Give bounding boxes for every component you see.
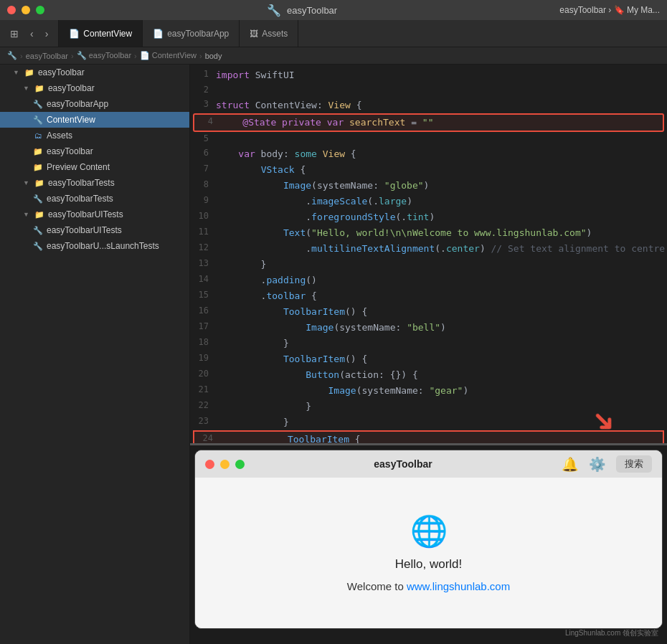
folder-icon-5: 📁 xyxy=(34,179,44,188)
sidebar-item-preview[interactable]: 📁 Preview Content xyxy=(0,159,189,175)
bell-icon[interactable]: 🔔 xyxy=(562,456,579,473)
breadcrumb: 🔧 › easyToolbar › 🔧 easyToolbar › 📄 Cont… xyxy=(0,47,667,65)
code-line: 13 } xyxy=(190,257,667,273)
sidebar-item-tests[interactable]: ▼ 📁 easyToolbarTests xyxy=(0,175,189,191)
folder-icon: 📁 xyxy=(24,68,34,77)
code-line: 19 ToolbarItem() { xyxy=(190,351,667,367)
sidebar-label-et2: easyToolbar xyxy=(47,146,93,156)
sidebar-item-easytoolbar-group[interactable]: ▼ 📁 easyToolbar xyxy=(0,80,189,96)
maximize-button[interactable] xyxy=(36,6,44,14)
folder-icon-3: 📁 xyxy=(33,147,43,156)
code-line: 4 @State private var searchText = "" xyxy=(193,113,664,132)
code-line: 2 xyxy=(190,83,667,98)
chevron-down-icon-2: ▼ xyxy=(23,85,29,92)
code-line: 10 .foregroundStyle(.tint) xyxy=(190,209,667,225)
close-button[interactable] xyxy=(7,6,16,14)
sidebar-label: easyToolbar xyxy=(38,67,85,77)
sidebar-label-uitestlaunch: easyToolbarU...sLaunchTests xyxy=(47,241,159,251)
folder-icon-4: 📁 xyxy=(33,163,43,172)
sidebar-label-uitests: easyToolbarUITests xyxy=(48,209,123,219)
sidebar-item-assets[interactable]: 🗂 Assets xyxy=(0,128,189,143)
gear-icon[interactable]: ⚙️ xyxy=(589,456,606,473)
assets-icon-side: 🗂 xyxy=(33,131,43,140)
tab-content-view[interactable]: 📄 ContentView xyxy=(59,20,143,47)
breadcrumb-item-5: body xyxy=(205,52,222,60)
swift-icon-5: 🔧 xyxy=(33,242,43,251)
code-line: 21 Image(systemName: "gear") xyxy=(190,383,667,399)
sidebar-label-uitestfile: easyToolbarUITests xyxy=(47,225,122,235)
code-line: 6 var body: some View { xyxy=(190,146,667,162)
hello-text: Hello, world! xyxy=(395,557,463,572)
app-close[interactable] xyxy=(205,460,214,469)
app-toolbar-icons: 🔔 ⚙️ 搜索 xyxy=(562,455,652,473)
code-line: 12 .multilineTextAlignment(.center) // S… xyxy=(190,241,667,257)
swift-icon-3: 🔧 xyxy=(33,194,43,204)
chevron-down-icon: ▼ xyxy=(13,69,19,76)
sidebar-item-uitestfile[interactable]: 🔧 easyToolbarUITests xyxy=(0,222,189,238)
sidebar-label-tests: easyToolbarTests xyxy=(48,178,115,188)
swift-icon-2: 🔧 xyxy=(33,115,43,125)
tab-content-view-label: ContentView xyxy=(83,29,132,39)
breadcrumb-item-2: easyToolbar xyxy=(26,52,68,60)
app-minimize[interactable] xyxy=(220,460,230,469)
grid-button[interactable]: ⊞ xyxy=(6,25,23,42)
sidebar-item-easytoolbarapp[interactable]: 🔧 easyToolbarApp xyxy=(0,96,189,112)
window-title: easyToolbar xyxy=(287,5,337,16)
code-line: 5 xyxy=(190,132,667,146)
app-window: 🔧 easyToolbar easyToolbar › 🔖 My Ma... ⊞… xyxy=(0,0,667,644)
sidebar: ▼ 📁 easyToolbar ▼ 📁 easyToolbar 🔧 easyTo… xyxy=(0,65,190,644)
tab-assets-label: Assets xyxy=(262,29,288,39)
code-line: 15 .toolbar { xyxy=(190,288,667,304)
forward-button[interactable]: › xyxy=(41,25,53,42)
simulated-app: easyToolbar 🔔 ⚙️ 搜索 🌐 Hello, world! Welc… xyxy=(194,450,663,629)
swift-icon: 🔧 xyxy=(33,100,43,109)
sidebar-item-uitests[interactable]: ▼ 📁 easyToolbarUITests xyxy=(0,207,189,222)
main-layout: ▼ 📁 easyToolbar ▼ 📁 easyToolbar 🔧 easyTo… xyxy=(0,65,667,644)
breadcrumb-item-1: 🔧 xyxy=(7,51,17,60)
chevron-down-icon-4: ▼ xyxy=(23,211,29,218)
breadcrumb-item-4: 📄 ContentView xyxy=(140,51,197,60)
code-line: 17 Image(systemName: "bell") xyxy=(190,320,667,336)
tabs-area: 📄 ContentView 📄 easyToolbarApp 🖼 Assets xyxy=(59,20,667,47)
app-content: 🌐 Hello, world! Welcome to www.lingshunl… xyxy=(195,478,662,628)
sidebar-item-easytoolbar2[interactable]: 📁 easyToolbar xyxy=(0,143,189,159)
watermark: LingShunlab.com 领创实验室 xyxy=(565,628,658,638)
sidebar-item-uitestlaunch[interactable]: 🔧 easyToolbarU...sLaunchTests xyxy=(0,238,189,254)
tab-assets[interactable]: 🖼 Assets xyxy=(240,20,298,47)
back-button[interactable]: ‹ xyxy=(26,25,38,42)
sidebar-item-easytoolbar-root[interactable]: ▼ 📁 easyToolbar xyxy=(0,65,189,80)
app-title: easyToolbar xyxy=(250,458,556,470)
code-line: 16 ToolbarItem() { xyxy=(190,304,667,320)
code-line: 11 Text("Hello, world!\n\nWelcome to www… xyxy=(190,225,667,241)
sidebar-item-contentview[interactable]: 🔧 ContentView xyxy=(0,112,189,128)
swift-file-icon-2: 📄 xyxy=(153,29,164,39)
swift-file-icon: 📄 xyxy=(69,29,80,39)
preview-panel: easyToolbar 🔔 ⚙️ 搜索 🌐 Hello, world! Welc… xyxy=(190,443,667,644)
app-maximize[interactable] xyxy=(235,460,245,469)
website-link[interactable]: www.lingshunlab.com xyxy=(407,580,510,592)
tab-easy-toolbar-app[interactable]: 📄 easyToolbarApp xyxy=(143,20,240,47)
code-line: 8 Image(systemName: "globe") xyxy=(190,178,667,194)
code-line: 9 .imageScale(.large) xyxy=(190,194,667,209)
code-line: 7 VStack { xyxy=(190,162,667,178)
chevron-down-icon-3: ▼ xyxy=(23,179,29,186)
sidebar-item-testfile[interactable]: 🔧 easyToolbarTests xyxy=(0,191,189,207)
app-titlebar: easyToolbar 🔔 ⚙️ 搜索 xyxy=(195,450,662,478)
code-editor[interactable]: 1import SwiftUI23struct ContentView: Vie… xyxy=(190,65,667,443)
code-line: 20 Button(action: {}) { xyxy=(190,367,667,383)
search-button[interactable]: 搜索 xyxy=(616,455,652,473)
sidebar-label-cv: ContentView xyxy=(47,115,95,125)
folder-icon-2: 📁 xyxy=(34,84,44,93)
breadcrumb-right: easyToolbar › 🔖 My Ma... xyxy=(559,5,660,15)
code-line: 18 } xyxy=(190,336,667,351)
folder-icon-6: 📁 xyxy=(34,210,44,219)
welcome-label: Welcome to xyxy=(347,580,407,592)
xcode-toolbar: ⊞ ‹ › 📄 ContentView 📄 easyToolbarApp 🖼 A… xyxy=(0,20,667,47)
minimize-button[interactable] xyxy=(22,6,30,14)
welcome-text: Welcome to www.lingshunlab.com xyxy=(347,580,510,592)
globe-icon: 🌐 xyxy=(410,513,448,549)
swift-icon-4: 🔧 xyxy=(33,226,43,235)
assets-icon: 🖼 xyxy=(250,29,258,39)
toolbar-left: ⊞ ‹ › xyxy=(0,20,59,47)
code-line: 3struct ContentView: View { xyxy=(190,98,667,113)
